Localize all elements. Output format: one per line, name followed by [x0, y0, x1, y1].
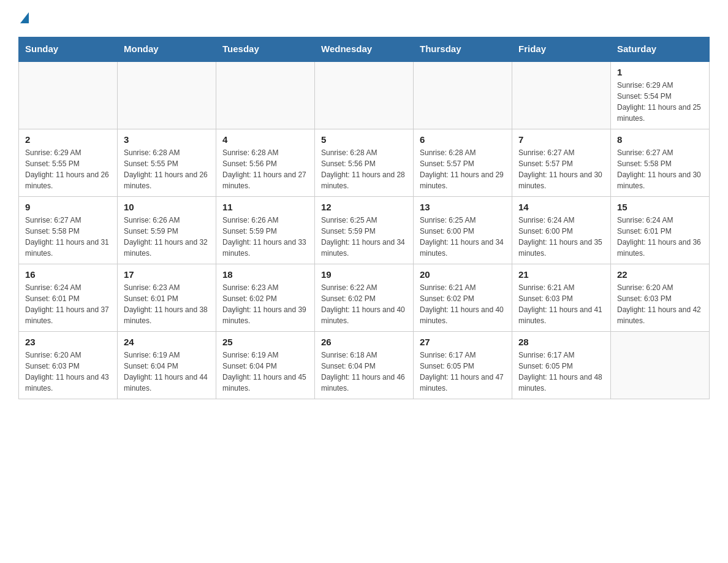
day-info: Sunrise: 6:28 AM Sunset: 5:57 PM Dayligh…	[420, 147, 506, 191]
calendar-cell: 12Sunrise: 6:25 AM Sunset: 5:59 PM Dayli…	[315, 197, 414, 264]
day-number: 28	[518, 337, 604, 347]
day-info: Sunrise: 6:22 AM Sunset: 6:02 PM Dayligh…	[321, 282, 407, 326]
day-info: Sunrise: 6:19 AM Sunset: 6:04 PM Dayligh…	[124, 350, 210, 394]
calendar-cell: 20Sunrise: 6:21 AM Sunset: 6:02 PM Dayli…	[414, 264, 512, 332]
calendar-cell	[315, 61, 414, 129]
calendar-cell: 22Sunrise: 6:20 AM Sunset: 6:03 PM Dayli…	[611, 264, 710, 332]
calendar-cell	[118, 61, 216, 129]
calendar-cell: 10Sunrise: 6:26 AM Sunset: 5:59 PM Dayli…	[118, 197, 216, 264]
calendar-cell: 16Sunrise: 6:24 AM Sunset: 6:01 PM Dayli…	[19, 264, 118, 332]
calendar-cell: 15Sunrise: 6:24 AM Sunset: 6:01 PM Dayli…	[611, 197, 710, 264]
day-info: Sunrise: 6:20 AM Sunset: 6:03 PM Dayligh…	[25, 350, 111, 394]
day-number: 15	[617, 202, 703, 212]
day-number: 17	[124, 269, 210, 280]
day-info: Sunrise: 6:28 AM Sunset: 5:56 PM Dayligh…	[321, 147, 407, 191]
day-number: 19	[321, 269, 407, 280]
day-info: Sunrise: 6:17 AM Sunset: 6:05 PM Dayligh…	[420, 350, 506, 394]
calendar-cell: 5Sunrise: 6:28 AM Sunset: 5:56 PM Daylig…	[315, 129, 414, 197]
day-info: Sunrise: 6:18 AM Sunset: 6:04 PM Dayligh…	[321, 350, 407, 394]
day-number: 18	[222, 269, 308, 280]
calendar-cell	[512, 61, 611, 129]
day-number: 24	[124, 337, 210, 347]
calendar-cell: 19Sunrise: 6:22 AM Sunset: 6:02 PM Dayli…	[315, 264, 414, 332]
page-header	[18, 12, 710, 25]
calendar-week-1: 1Sunrise: 6:29 AM Sunset: 5:54 PM Daylig…	[19, 61, 710, 129]
weekday-header-monday: Monday	[118, 37, 216, 61]
calendar-table: SundayMondayTuesdayWednesdayThursdayFrid…	[18, 37, 710, 399]
calendar-cell: 24Sunrise: 6:19 AM Sunset: 6:04 PM Dayli…	[118, 332, 216, 399]
calendar-cell: 9Sunrise: 6:27 AM Sunset: 5:58 PM Daylig…	[19, 197, 118, 264]
calendar-week-3: 9Sunrise: 6:27 AM Sunset: 5:58 PM Daylig…	[19, 197, 710, 264]
calendar-week-2: 2Sunrise: 6:29 AM Sunset: 5:55 PM Daylig…	[19, 129, 710, 197]
calendar-cell	[19, 61, 118, 129]
calendar-cell	[414, 61, 512, 129]
calendar-cell: 27Sunrise: 6:17 AM Sunset: 6:05 PM Dayli…	[414, 332, 512, 399]
day-info: Sunrise: 6:19 AM Sunset: 6:04 PM Dayligh…	[222, 350, 308, 394]
day-info: Sunrise: 6:23 AM Sunset: 6:02 PM Dayligh…	[222, 282, 308, 326]
day-info: Sunrise: 6:21 AM Sunset: 6:02 PM Dayligh…	[420, 282, 506, 326]
weekday-header-sunday: Sunday	[19, 37, 118, 61]
day-number: 7	[518, 134, 604, 145]
day-number: 27	[420, 337, 506, 347]
calendar-cell: 4Sunrise: 6:28 AM Sunset: 5:56 PM Daylig…	[216, 129, 315, 197]
calendar-week-4: 16Sunrise: 6:24 AM Sunset: 6:01 PM Dayli…	[19, 264, 710, 332]
day-number: 4	[222, 134, 308, 145]
day-number: 12	[321, 202, 407, 212]
day-number: 10	[124, 202, 210, 212]
day-info: Sunrise: 6:28 AM Sunset: 5:55 PM Dayligh…	[124, 147, 210, 191]
calendar-cell: 8Sunrise: 6:27 AM Sunset: 5:58 PM Daylig…	[611, 129, 710, 197]
day-info: Sunrise: 6:29 AM Sunset: 5:54 PM Dayligh…	[617, 80, 703, 124]
weekday-header-saturday: Saturday	[611, 37, 710, 61]
day-info: Sunrise: 6:27 AM Sunset: 5:58 PM Dayligh…	[25, 215, 111, 259]
day-number: 14	[518, 202, 604, 212]
day-number: 5	[321, 134, 407, 145]
day-info: Sunrise: 6:20 AM Sunset: 6:03 PM Dayligh…	[617, 282, 703, 326]
day-info: Sunrise: 6:24 AM Sunset: 6:01 PM Dayligh…	[25, 282, 111, 326]
day-number: 9	[25, 202, 111, 212]
calendar-cell: 17Sunrise: 6:23 AM Sunset: 6:01 PM Dayli…	[118, 264, 216, 332]
calendar-cell	[216, 61, 315, 129]
calendar-cell: 21Sunrise: 6:21 AM Sunset: 6:03 PM Dayli…	[512, 264, 611, 332]
logo	[18, 12, 29, 25]
day-number: 1	[617, 67, 703, 77]
day-number: 21	[518, 269, 604, 280]
day-number: 16	[25, 269, 111, 280]
day-info: Sunrise: 6:23 AM Sunset: 6:01 PM Dayligh…	[124, 282, 210, 326]
day-info: Sunrise: 6:28 AM Sunset: 5:56 PM Dayligh…	[222, 147, 308, 191]
day-info: Sunrise: 6:17 AM Sunset: 6:05 PM Dayligh…	[518, 350, 604, 394]
day-number: 20	[420, 269, 506, 280]
day-number: 23	[25, 337, 111, 347]
calendar-cell: 28Sunrise: 6:17 AM Sunset: 6:05 PM Dayli…	[512, 332, 611, 399]
weekday-header-wednesday: Wednesday	[315, 37, 414, 61]
calendar-cell: 3Sunrise: 6:28 AM Sunset: 5:55 PM Daylig…	[118, 129, 216, 197]
calendar-cell	[611, 332, 710, 399]
day-number: 22	[617, 269, 703, 280]
calendar-cell: 18Sunrise: 6:23 AM Sunset: 6:02 PM Dayli…	[216, 264, 315, 332]
day-info: Sunrise: 6:25 AM Sunset: 6:00 PM Dayligh…	[420, 215, 506, 259]
day-number: 26	[321, 337, 407, 347]
calendar-cell: 25Sunrise: 6:19 AM Sunset: 6:04 PM Dayli…	[216, 332, 315, 399]
calendar-cell: 2Sunrise: 6:29 AM Sunset: 5:55 PM Daylig…	[19, 129, 118, 197]
day-number: 8	[617, 134, 703, 145]
calendar-cell: 7Sunrise: 6:27 AM Sunset: 5:57 PM Daylig…	[512, 129, 611, 197]
calendar-cell: 14Sunrise: 6:24 AM Sunset: 6:00 PM Dayli…	[512, 197, 611, 264]
weekday-header-thursday: Thursday	[414, 37, 512, 61]
calendar-cell: 11Sunrise: 6:26 AM Sunset: 5:59 PM Dayli…	[216, 197, 315, 264]
day-number: 3	[124, 134, 210, 145]
calendar-cell: 1Sunrise: 6:29 AM Sunset: 5:54 PM Daylig…	[611, 61, 710, 129]
weekday-header-friday: Friday	[512, 37, 611, 61]
day-number: 6	[420, 134, 506, 145]
day-info: Sunrise: 6:24 AM Sunset: 6:01 PM Dayligh…	[617, 215, 703, 259]
weekday-header-tuesday: Tuesday	[216, 37, 315, 61]
day-info: Sunrise: 6:21 AM Sunset: 6:03 PM Dayligh…	[518, 282, 604, 326]
calendar-week-5: 23Sunrise: 6:20 AM Sunset: 6:03 PM Dayli…	[19, 332, 710, 399]
calendar-cell: 26Sunrise: 6:18 AM Sunset: 6:04 PM Dayli…	[315, 332, 414, 399]
day-number: 2	[25, 134, 111, 145]
day-info: Sunrise: 6:27 AM Sunset: 5:58 PM Dayligh…	[617, 147, 703, 191]
day-number: 11	[222, 202, 308, 212]
day-number: 13	[420, 202, 506, 212]
logo-triangle-icon	[20, 12, 29, 23]
day-info: Sunrise: 6:26 AM Sunset: 5:59 PM Dayligh…	[124, 215, 210, 259]
day-info: Sunrise: 6:29 AM Sunset: 5:55 PM Dayligh…	[25, 147, 111, 191]
day-info: Sunrise: 6:25 AM Sunset: 5:59 PM Dayligh…	[321, 215, 407, 259]
